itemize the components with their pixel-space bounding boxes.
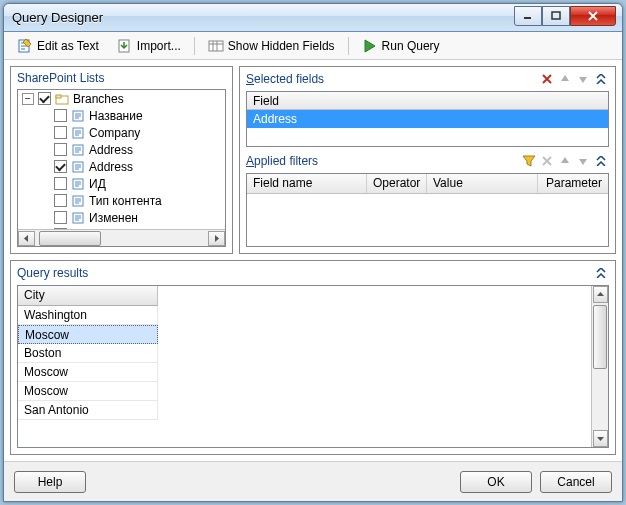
lists-tree[interactable]: −BranchesНазваниеCompanyAddressAddressИД… <box>17 89 226 247</box>
filter-up-button[interactable] <box>557 153 573 169</box>
tree-item-label: Название <box>89 109 143 123</box>
tree-root-label: Branches <box>73 92 124 106</box>
scroll-right-button[interactable] <box>208 231 225 246</box>
delete-field-button[interactable] <box>539 71 555 87</box>
results-cell[interactable]: Moscow <box>18 363 158 382</box>
checkbox[interactable] <box>54 160 67 173</box>
applied-filters-table[interactable]: Field name Operator Value Parameter <box>246 173 609 247</box>
results-grid[interactable]: CityWashingtonMoscowBostonMoscowMoscowSa… <box>17 285 609 448</box>
scroll-thumb[interactable] <box>39 231 101 246</box>
import-icon <box>117 38 133 54</box>
tree-item-label: ИД <box>89 177 106 191</box>
filter-col-operator: Operator <box>367 174 427 193</box>
scroll-thumb[interactable] <box>593 305 607 369</box>
toolbar: Edit as Text Import... Show Hidden Field… <box>4 32 622 60</box>
maximize-button[interactable] <box>542 6 570 26</box>
delete-filter-button[interactable] <box>539 153 555 169</box>
run-icon <box>362 38 378 54</box>
window-title: Query Designer <box>10 10 514 25</box>
lists-panel-title: SharePoint Lists <box>17 71 226 85</box>
import-button[interactable]: Import... <box>110 35 188 57</box>
svg-rect-0 <box>524 17 531 19</box>
close-button[interactable] <box>570 6 616 26</box>
checkbox[interactable] <box>38 92 51 105</box>
dialog-footer: Help OK Cancel <box>4 461 622 501</box>
results-column-header[interactable]: City <box>18 286 158 306</box>
results-cell[interactable]: Boston <box>18 344 158 363</box>
tree-item[interactable]: Изменен <box>18 209 225 226</box>
vertical-scrollbar[interactable] <box>591 286 608 447</box>
results-cell[interactable]: San Antonio <box>18 401 158 420</box>
selected-field-blank <box>247 128 608 146</box>
show-hidden-fields-button[interactable]: Show Hidden Fields <box>201 35 342 57</box>
toolbar-separator <box>194 37 195 55</box>
horizontal-scrollbar[interactable] <box>18 229 225 246</box>
filter-down-button[interactable] <box>575 153 591 169</box>
tree-root[interactable]: −Branches <box>18 90 225 107</box>
svg-rect-4 <box>209 41 223 51</box>
checkbox[interactable] <box>54 143 67 156</box>
tree-item[interactable]: Название <box>18 107 225 124</box>
tree-item-label: Тип контента <box>89 194 162 208</box>
svg-rect-6 <box>56 95 61 98</box>
results-cell[interactable]: Moscow <box>18 382 158 401</box>
hidden-fields-icon <box>208 38 224 54</box>
scroll-left-button[interactable] <box>18 231 35 246</box>
results-cell[interactable]: Washington <box>18 306 158 325</box>
scroll-down-button[interactable] <box>593 430 608 447</box>
edit-as-text-button[interactable]: Edit as Text <box>10 35 106 57</box>
selected-fields-title: Selected fields <box>246 72 539 86</box>
results-cell[interactable]: Moscow <box>18 325 158 344</box>
sharepoint-lists-panel: SharePoint Lists −BranchesНазваниеCompan… <box>10 66 233 254</box>
tree-item[interactable]: Company <box>18 124 225 141</box>
expander-icon[interactable]: − <box>22 93 34 105</box>
scroll-up-button[interactable] <box>593 286 608 303</box>
toolbar-separator <box>348 37 349 55</box>
checkbox[interactable] <box>54 126 67 139</box>
results-title: Query results <box>17 266 593 280</box>
filter-col-value: Value <box>427 174 538 193</box>
query-designer-window: Query Designer Edit as Text Import... Sh… <box>3 3 623 502</box>
query-results-panel: Query results CityWashingtonMoscowBoston… <box>10 260 616 455</box>
collapse-results-button[interactable] <box>593 265 609 281</box>
tree-item-label: Изменен <box>89 211 138 225</box>
tree-item[interactable]: Address <box>18 141 225 158</box>
checkbox[interactable] <box>54 109 67 122</box>
tree-item-label: Address <box>89 143 133 157</box>
tree-item[interactable]: Тип контента <box>18 192 225 209</box>
tree-item[interactable]: ИД <box>18 175 225 192</box>
collapse-filters-button[interactable] <box>593 153 609 169</box>
tree-item[interactable]: Address <box>18 158 225 175</box>
minimize-button[interactable] <box>514 6 542 26</box>
ok-button[interactable]: OK <box>460 471 532 493</box>
applied-filters-title: Applied filters <box>246 154 521 168</box>
run-query-button[interactable]: Run Query <box>355 35 447 57</box>
filter-col-fieldname: Field name <box>247 174 367 193</box>
checkbox[interactable] <box>54 211 67 224</box>
checkbox[interactable] <box>54 194 67 207</box>
right-panel: Selected fields Field Address <box>239 66 616 254</box>
titlebar[interactable]: Query Designer <box>4 4 622 32</box>
move-down-button[interactable] <box>575 71 591 87</box>
svg-rect-1 <box>552 12 560 19</box>
collapse-selected-button[interactable] <box>593 71 609 87</box>
tree-item-label: Company <box>89 126 140 140</box>
cancel-button[interactable]: Cancel <box>540 471 612 493</box>
selected-fields-header: Field <box>253 94 279 108</box>
filter-col-parameter: Parameter <box>538 174 608 193</box>
selected-fields-table[interactable]: Field Address <box>246 91 609 147</box>
edit-text-icon <box>17 38 33 54</box>
move-up-button[interactable] <box>557 71 573 87</box>
help-button[interactable]: Help <box>14 471 86 493</box>
add-filter-button[interactable] <box>521 153 537 169</box>
selected-field-row[interactable]: Address <box>247 110 608 128</box>
tree-item-label: Address <box>89 160 133 174</box>
checkbox[interactable] <box>54 177 67 190</box>
